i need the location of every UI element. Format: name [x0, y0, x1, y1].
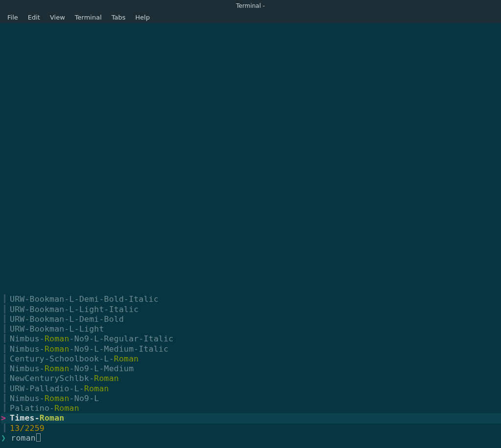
list-item-label: Nimbus-Roman-No9-L [10, 394, 99, 403]
list-item-label: Palatino-Roman [10, 403, 79, 413]
list-item[interactable]: URW-Palladio-L-Roman [1, 384, 501, 394]
menu-bar: File Edit View Terminal Tabs Help [0, 11, 501, 23]
search-query: roman [11, 433, 36, 443]
pointer-icon: > [1, 413, 6, 423]
list-item-label: Nimbus-Roman-No9-L-Regular-Italic [10, 334, 173, 343]
gutter-bar-icon [4, 354, 5, 363]
terminal-viewport[interactable]: URW-Bookman-L-Demi-Bold-ItalicURW-Bookma… [0, 23, 501, 448]
search-input[interactable]: ❯ roman [1, 433, 501, 443]
menu-help[interactable]: Help [131, 13, 155, 22]
gutter-bar-icon [4, 384, 5, 393]
list-item-label: NewCenturySchlbk-Roman [10, 374, 119, 383]
list-item-label: URW-Palladio-L-Roman [10, 384, 109, 393]
list-item[interactable]: Nimbus-Roman-No9-L-Regular-Italic [1, 334, 501, 344]
window-title: Terminal - [236, 2, 265, 9]
gutter-bar-icon [4, 344, 5, 353]
menu-file[interactable]: File [3, 13, 23, 22]
list-item[interactable]: Nimbus-Roman-No9-L-Medium-Italic [1, 344, 501, 354]
prompt-icon: ❯ [1, 433, 11, 443]
list-item[interactable]: URW-Bookman-L-Demi-Bold-Italic [1, 294, 501, 304]
list-item[interactable]: Nimbus-Roman-No9-L-Medium [1, 364, 501, 374]
gutter-bar-icon [4, 403, 5, 412]
gutter-bar-icon [4, 314, 5, 323]
gutter-bar-icon [4, 324, 5, 333]
list-item-label: URW-Bookman-L-Demi-Bold [10, 314, 124, 324]
list-item-label: URW-Bookman-L-Light-Italic [10, 305, 139, 314]
window-title-bar: Terminal - [0, 0, 501, 11]
gutter-bar-icon [4, 424, 5, 432]
menu-tabs[interactable]: Tabs [107, 13, 130, 22]
list-item-label: Times-Roman [10, 413, 64, 423]
list-item[interactable]: >Times-Roman [1, 413, 501, 423]
list-item-label: Nimbus-Roman-No9-L-Medium-Italic [10, 344, 168, 354]
menu-view[interactable]: View [46, 13, 69, 22]
list-item-label: Nimbus-Roman-No9-L-Medium [10, 364, 134, 373]
gutter-bar-icon [4, 394, 5, 403]
match-counter: 13/2259 [1, 424, 501, 433]
menu-edit[interactable]: Edit [23, 13, 45, 22]
text-cursor-icon [36, 433, 41, 442]
gutter-bar-icon [4, 374, 5, 382]
list-item[interactable]: URW-Bookman-L-Demi-Bold [1, 314, 501, 324]
list-item-label: Century-Schoolbook-L-Roman [10, 354, 138, 363]
list-item-label: URW-Bookman-L-Demi-Bold-Italic [10, 294, 159, 304]
list-item[interactable]: Nimbus-Roman-No9-L [1, 394, 501, 403]
gutter-bar-icon [4, 334, 5, 343]
gutter-bar-icon [4, 364, 5, 373]
fzf-finder: URW-Bookman-L-Demi-Bold-ItalicURW-Bookma… [1, 294, 501, 443]
list-item[interactable]: NewCenturySchlbk-Roman [1, 374, 501, 383]
list-item[interactable]: Century-Schoolbook-L-Roman [1, 354, 501, 364]
gutter-bar-icon [4, 294, 5, 303]
menu-terminal[interactable]: Terminal [70, 13, 106, 22]
list-item-label: URW-Bookman-L-Light [10, 324, 104, 334]
list-item[interactable]: URW-Bookman-L-Light-Italic [1, 305, 501, 314]
list-item[interactable]: URW-Bookman-L-Light [1, 324, 501, 334]
gutter-bar-icon [4, 305, 5, 314]
list-item[interactable]: Palatino-Roman [1, 403, 501, 413]
